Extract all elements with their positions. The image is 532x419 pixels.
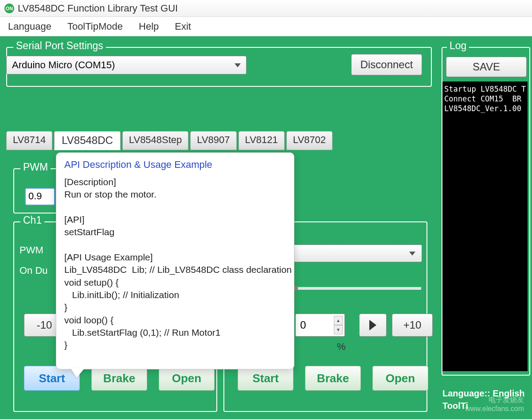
disconnect-button[interactable]: Disconnect — [351, 54, 422, 75]
serial-port-value: Arduino Micro (COM15) — [12, 59, 115, 71]
ch2-plus10-button[interactable]: +10 — [392, 314, 433, 337]
window-title: LV8548DC Function Library Test GUI — [18, 3, 178, 14]
log-save-button[interactable]: SAVE — [446, 57, 527, 77]
api-tooltip: API Description & Usage Example [Descrip… — [56, 152, 294, 369]
ch2-start-button[interactable]: Start — [238, 366, 293, 391]
menu-help[interactable]: Help — [139, 21, 159, 32]
tab-lv8121[interactable]: LV8121 — [239, 131, 285, 150]
menu-language[interactable]: Language — [8, 21, 51, 32]
serial-port-combo[interactable]: Arduino Micro (COM15) — [6, 56, 246, 74]
ch2-duty-slider[interactable] — [293, 287, 421, 290]
chevron-down-icon — [235, 63, 241, 67]
status-tooltip: ToolTi — [442, 400, 525, 412]
tab-lv8907[interactable]: LV8907 — [190, 131, 236, 150]
device-tabs: LV8714 LV8548DC LV8548Step LV8907 LV8121… — [6, 131, 332, 150]
ch1-onduty-label: On Du — [20, 265, 48, 276]
status-bar: Language:: English ToolTi — [442, 387, 525, 412]
window-titlebar: ON LV8548DC Function Library Test GUI — [0, 0, 532, 17]
log-output: Startup LV8548DC T Connect COM15 BR LV85… — [442, 81, 528, 371]
ch1-title: Ch1 — [20, 214, 44, 226]
status-language: Language:: English — [442, 387, 525, 400]
ch2-open-button[interactable]: Open — [372, 366, 428, 391]
ch1-brake-button[interactable]: Brake — [91, 366, 147, 391]
ch1-action-row: Start Brake Open — [24, 366, 215, 391]
ch2-percent-label: % — [337, 341, 346, 353]
tab-lv8714[interactable]: LV8714 — [6, 131, 52, 150]
tab-lv8548dc[interactable]: LV8548DC — [54, 131, 121, 150]
log-title: Log — [447, 40, 469, 52]
tab-lv8702[interactable]: LV8702 — [286, 131, 332, 150]
ch2-brake-button[interactable]: Brake — [305, 366, 361, 391]
pwm-title: PWM — [20, 161, 51, 173]
tab-lv8548step[interactable]: LV8548Step — [122, 131, 188, 150]
menu-exit[interactable]: Exit — [175, 21, 191, 32]
ch1-open-button[interactable]: Open — [159, 366, 215, 391]
ch2-duty-value[interactable]: 0 ▲▼ — [295, 314, 345, 337]
app-icon: ON — [4, 4, 14, 13]
serial-port-title: Serial Port Settings — [13, 40, 106, 52]
tooltip-heading: API Description & Usage Example — [64, 159, 286, 171]
ch2-action-row: Start Brake Open — [238, 366, 428, 391]
ch1-pwm-label: PWM — [20, 244, 43, 256]
pwm-value-input[interactable]: 0.9 — [25, 188, 55, 206]
play-icon — [369, 320, 376, 330]
ch2-play-button[interactable] — [359, 314, 387, 337]
spin-updown-icon[interactable]: ▲▼ — [334, 316, 343, 334]
menu-tooltipmode[interactable]: ToolTipMode — [67, 21, 123, 32]
tooltip-body: [Description] Run or stop the motor. [AP… — [64, 176, 286, 352]
menubar: Language ToolTipMode Help Exit — [0, 17, 532, 36]
chevron-down-icon — [409, 252, 415, 256]
